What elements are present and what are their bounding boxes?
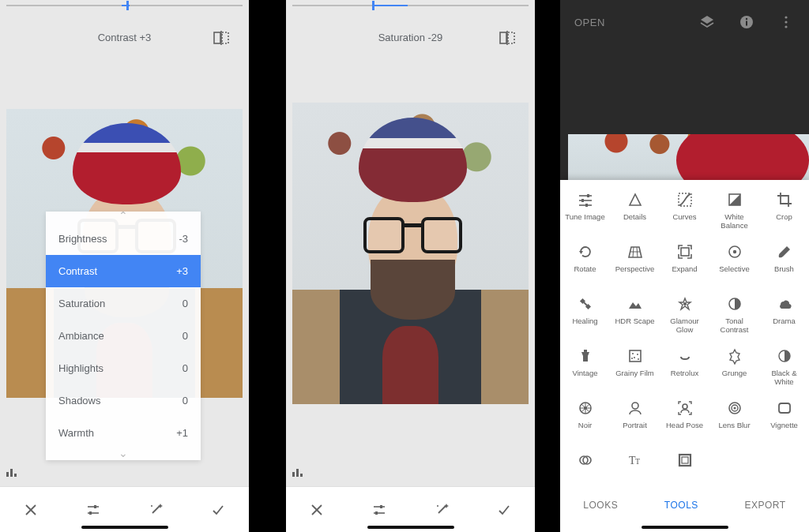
tool-hdr[interactable]: HDR Scape [610,290,660,343]
adjust-popup[interactable]: ⌃ Brightness-3Contrast+3Saturation0Ambia… [46,212,201,460]
tool-glow[interactable]: Glamour Glow [660,290,709,343]
perspective-icon [627,243,644,260]
tune-icon [577,191,594,208]
apply-button[interactable] [201,493,235,527]
grainy-icon [627,347,644,365]
hdr-icon [627,295,644,313]
home-indicator [367,526,454,529]
info-icon[interactable] [738,13,755,31]
tab-tools[interactable]: TOOLS [664,500,698,511]
grunge-icon [726,347,743,365]
vintage-icon [577,347,594,365]
noir-icon [577,399,594,417]
tool-bw[interactable]: Black & White [759,343,809,395]
adjust-row-brightness[interactable]: Brightness-3 [46,223,201,255]
headpose-icon [676,399,694,417]
tool-brush[interactable]: Brush [759,238,809,290]
tool-noir[interactable]: Noir [560,395,610,447]
tool-grunge[interactable]: Grunge [709,343,759,395]
tab-export[interactable]: EXPORT [745,500,786,511]
tools-pane: OPEN Tune ImageDetailsCurvesWhite Balanc… [560,0,809,532]
adjust-row-contrast[interactable]: Contrast+3 [46,255,201,287]
adjust-row-saturation[interactable]: Saturation0 [46,287,201,320]
auto-button[interactable] [424,493,459,527]
tool-double[interactable]: Double Exposure [560,447,610,469]
home-indicator [642,526,728,529]
tool-text[interactable]: Text [610,447,660,469]
adjust-label: Contrast +3 [0,32,249,43]
rotate-icon [577,243,594,260]
tool-curves[interactable]: Curves [660,186,709,238]
selective-icon [726,243,743,260]
auto-button[interactable] [138,493,173,527]
tab-looks[interactable]: LOOKS [583,500,618,511]
bw-icon [776,347,793,365]
tool-expand[interactable]: Expand [660,238,709,290]
tool-wb[interactable]: White Balance [709,186,759,238]
cancel-button[interactable] [13,493,48,527]
photo-preview[interactable] [292,103,529,404]
layers-icon[interactable] [698,13,716,31]
tool-drama[interactable]: Drama [759,290,809,343]
editor-pane-contrast: Contrast +3 ⌃ Brightness-3Contrast+3Satu… [0,0,249,532]
tool-tonal[interactable]: Tonal Contrast [709,290,759,343]
tool-portrait[interactable]: Portrait [610,395,660,447]
adjust-slider[interactable] [0,0,249,13]
glow-icon [676,295,694,313]
adjust-row-shadows[interactable]: Shadows0 [46,384,201,417]
adjust-label: Saturation -29 [286,32,535,43]
adjust-row-warmth[interactable]: Warmth+1 [46,417,201,449]
tool-retrolux[interactable]: Retrolux [660,343,709,395]
tool-tune[interactable]: Tune Image [560,186,610,238]
tool-selective[interactable]: Selective [709,238,759,290]
histogram-icon[interactable] [5,464,27,480]
portrait-icon [627,399,644,417]
apply-button[interactable] [487,493,521,527]
brush-icon [776,243,793,260]
editor-pane-saturation: Saturation -29 [286,0,535,532]
top-bar: OPEN [560,0,809,44]
adjust-slider[interactable] [286,0,535,13]
tools-sheet: Tune ImageDetailsCurvesWhite BalanceCrop… [560,180,809,532]
tool-lensblur[interactable]: Lens Blur [709,395,759,447]
compare-icon[interactable] [213,30,235,47]
tool-vintage[interactable]: Vintage [560,343,610,395]
tool-grainy[interactable]: Grainy Film [610,343,660,395]
cancel-button[interactable] [299,493,334,527]
wb-icon [726,191,743,208]
adjust-button[interactable] [76,493,111,527]
drama-icon [776,295,793,313]
curves-icon [676,191,694,208]
open-button[interactable]: OPEN [574,17,605,28]
chevron-up-icon: ⌃ [46,212,201,223]
tool-details[interactable]: Details [610,186,660,238]
tool-healing[interactable]: Healing [560,290,610,343]
tool-rotate[interactable]: Rotate [560,238,610,290]
expand-icon [676,243,694,260]
adjust-row-highlights[interactable]: Highlights0 [46,352,201,384]
home-indicator [81,526,168,529]
photo-thumb [568,134,809,186]
retrolux-icon [676,347,694,365]
sheet-tabs: LOOKS TOOLS EXPORT [560,489,809,521]
histogram-icon[interactable] [291,464,313,480]
vignette-icon [776,399,793,417]
adjust-button[interactable] [362,493,397,527]
tool-frames[interactable]: Frames [660,447,709,469]
tool-headpose[interactable]: Head Pose [660,395,709,447]
double-icon [577,451,594,469]
tonal-icon [726,295,743,313]
healing-icon [577,295,594,313]
adjust-row-ambiance[interactable]: Ambiance0 [46,320,201,352]
crop-icon [776,191,793,208]
tool-crop[interactable]: Crop [759,186,809,238]
text-icon [627,451,644,469]
details-icon [627,191,644,208]
tool-vignette[interactable]: Vignette [759,395,809,447]
compare-icon[interactable] [499,30,521,47]
chevron-down-icon: ⌄ [46,449,201,460]
lensblur-icon [726,399,743,417]
more-icon[interactable] [777,13,795,31]
tool-perspective[interactable]: Perspective [610,238,660,290]
frames-icon [676,451,694,469]
